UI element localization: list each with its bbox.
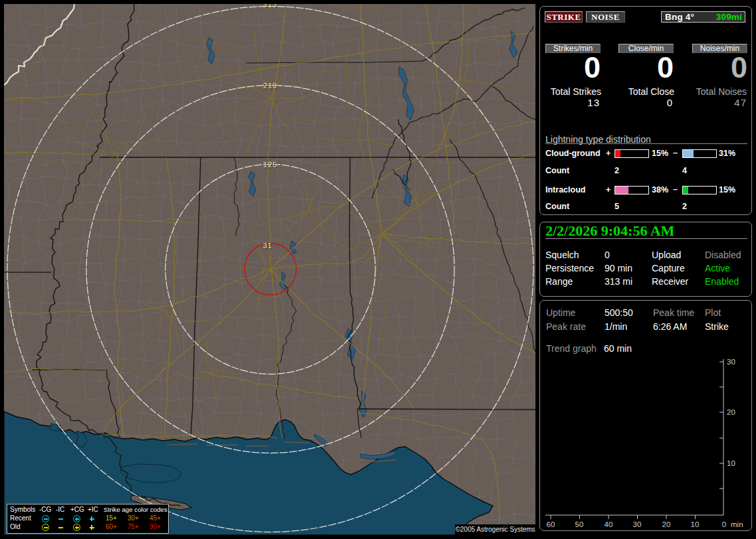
svg-text:0: 0 [722, 520, 726, 528]
svg-text:125: 125 [263, 161, 277, 169]
svg-text:219: 219 [263, 82, 277, 90]
svg-text:10: 10 [727, 459, 735, 467]
svg-text:40: 40 [605, 520, 613, 528]
svg-text:20: 20 [662, 520, 671, 528]
svg-text:min: min [731, 520, 743, 528]
svg-text:60: 60 [547, 520, 555, 528]
svg-text:30: 30 [727, 358, 735, 366]
svg-text:20: 20 [727, 408, 735, 416]
svg-text:10: 10 [691, 520, 700, 528]
svg-text:31: 31 [263, 242, 272, 250]
svg-text:50: 50 [575, 520, 584, 528]
svg-text:30: 30 [633, 520, 642, 528]
svg-text:313: 313 [263, 4, 277, 9]
